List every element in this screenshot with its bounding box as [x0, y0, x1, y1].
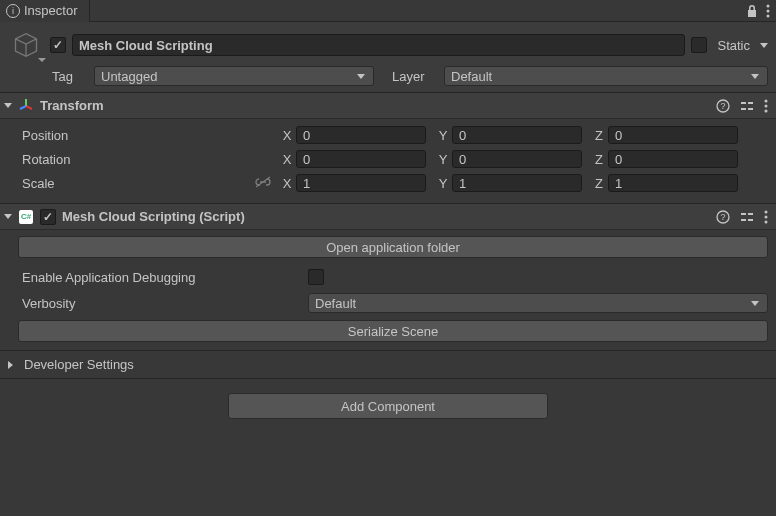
svg-point-9 [765, 99, 768, 102]
svg-point-20 [765, 215, 768, 218]
transform-header[interactable]: Transform ? [0, 93, 776, 119]
static-dropdown-arrow[interactable] [760, 43, 768, 48]
layer-dropdown[interactable]: Default [444, 66, 768, 86]
transform-foldout-icon[interactable] [4, 103, 12, 108]
scale-y-input[interactable] [452, 174, 582, 192]
verbosity-label: Verbosity [8, 296, 308, 311]
svg-point-21 [765, 220, 768, 223]
position-x-input[interactable] [296, 126, 426, 144]
rotation-z-input[interactable] [608, 150, 738, 168]
tag-dropdown[interactable]: Untagged [94, 66, 374, 86]
verbosity-value: Default [315, 296, 356, 311]
svg-point-0 [767, 5, 770, 8]
svg-rect-15 [741, 213, 746, 215]
svg-point-2 [767, 15, 770, 18]
developer-foldout-icon[interactable] [8, 361, 17, 369]
svg-rect-7 [741, 108, 746, 110]
position-z-input[interactable] [608, 126, 738, 144]
csharp-script-icon: C# [18, 209, 34, 225]
gameobject-header: Static Tag Untagged Layer Default [0, 22, 776, 93]
svg-rect-18 [748, 219, 753, 221]
svg-rect-8 [748, 108, 753, 110]
transform-body: Position X Y Z Rotation X Y Z Scale X Y … [0, 119, 776, 204]
preset-icon[interactable] [740, 99, 754, 113]
gameobject-name-input[interactable] [72, 34, 685, 56]
rotation-y-input[interactable] [452, 150, 582, 168]
layer-value: Default [451, 69, 492, 84]
inspector-tab-label: Inspector [24, 3, 77, 18]
tag-value: Untagged [101, 69, 157, 84]
gameobject-icon[interactable] [8, 30, 44, 60]
svg-rect-17 [741, 219, 746, 221]
preset-icon[interactable] [740, 210, 754, 224]
svg-point-1 [767, 10, 770, 13]
developer-settings-header[interactable]: Developer Settings [0, 351, 776, 379]
help-icon[interactable]: ? [716, 99, 730, 113]
position-y-input[interactable] [452, 126, 582, 144]
inspector-tabbar: i Inspector [0, 0, 776, 22]
transform-icon [18, 98, 34, 114]
script-title: Mesh Cloud Scripting (Script) [62, 209, 716, 224]
inspector-tab[interactable]: i Inspector [0, 0, 90, 22]
script-header[interactable]: C# Mesh Cloud Scripting (Script) ? [0, 204, 776, 230]
svg-rect-16 [748, 213, 753, 215]
component-menu-icon[interactable] [764, 99, 768, 113]
rotation-label: Rotation [8, 152, 278, 167]
help-icon[interactable]: ? [716, 210, 730, 224]
position-label: Position [8, 128, 278, 143]
svg-text:?: ? [720, 212, 725, 222]
svg-rect-5 [741, 102, 746, 104]
scale-label: Scale [8, 176, 278, 191]
axis-x-label: X [278, 128, 296, 143]
layer-label: Layer [392, 69, 438, 84]
scale-z-input[interactable] [608, 174, 738, 192]
svg-point-10 [765, 104, 768, 107]
svg-point-11 [765, 109, 768, 112]
component-menu-icon[interactable] [764, 210, 768, 224]
developer-settings-title: Developer Settings [24, 357, 134, 372]
gameobject-active-checkbox[interactable] [50, 37, 66, 53]
enable-debug-label: Enable Application Debugging [8, 270, 308, 285]
tag-label: Tag [52, 69, 88, 84]
static-label: Static [717, 38, 750, 53]
rotation-x-input[interactable] [296, 150, 426, 168]
serialize-scene-button[interactable]: Serialize Scene [18, 320, 768, 342]
kebab-icon[interactable] [766, 4, 770, 18]
script-enabled-checkbox[interactable] [40, 209, 56, 225]
add-component-button[interactable]: Add Component [228, 393, 548, 419]
info-icon: i [6, 4, 20, 18]
add-component-area: Add Component [0, 379, 776, 433]
svg-text:?: ? [720, 101, 725, 111]
transform-title: Transform [40, 98, 716, 113]
script-foldout-icon[interactable] [4, 214, 12, 219]
lock-icon[interactable] [746, 4, 758, 18]
scale-link-icon[interactable] [254, 176, 272, 191]
scale-x-input[interactable] [296, 174, 426, 192]
enable-debug-checkbox[interactable] [308, 269, 324, 285]
svg-rect-6 [748, 102, 753, 104]
static-checkbox[interactable] [691, 37, 707, 53]
svg-point-19 [765, 210, 768, 213]
open-folder-button[interactable]: Open application folder [18, 236, 768, 258]
axis-z-label: Z [590, 128, 608, 143]
axis-y-label: Y [434, 128, 452, 143]
verbosity-dropdown[interactable]: Default [308, 293, 768, 313]
script-body: Open application folder Enable Applicati… [0, 230, 776, 351]
